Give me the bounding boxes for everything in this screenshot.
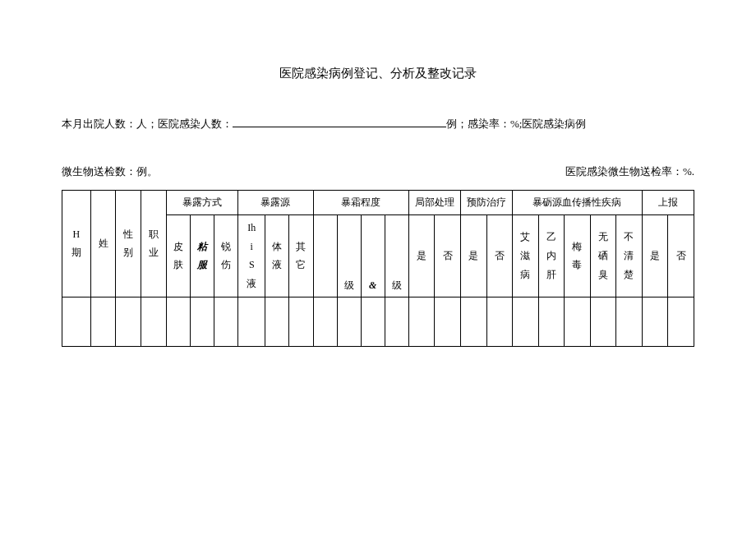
cell — [616, 297, 643, 346]
document-title: 医院感染病例登记、分析及整改记录 — [62, 66, 694, 81]
cell — [435, 297, 461, 346]
cell — [408, 297, 435, 346]
group-exposure-source: 暴露源 — [238, 190, 313, 214]
col-level2: 级 — [385, 214, 408, 297]
col-amp: & — [361, 214, 385, 297]
cell — [668, 297, 694, 346]
col-prev-yes: 是 — [460, 214, 486, 297]
cell — [214, 297, 238, 346]
col-body-fluid: 体 液 — [265, 214, 289, 297]
col-blank — [313, 214, 337, 297]
col-name: 姓 — [90, 190, 116, 297]
group-report: 上报 — [642, 190, 694, 214]
cell — [590, 297, 616, 346]
group-exposure-degree: 暴霜程度 — [313, 190, 408, 214]
col-report-yes: 是 — [642, 214, 668, 297]
line1-prefix: 本月出院人数：人；医院感染人数： — [62, 118, 233, 130]
cell — [191, 297, 214, 346]
col-local-no: 否 — [435, 214, 461, 297]
group-blood-disease: 暴砺源血传播性疾病 — [513, 190, 643, 214]
col-noblood: 无 硒 臭 — [590, 214, 616, 297]
cell — [265, 297, 289, 346]
col-gender: 性 别 — [116, 190, 141, 297]
summary-line-1: 本月出院人数：人；医院感染人数：例；感染率：%;医院感染病例 — [62, 114, 694, 133]
group-exposure-method: 暴露方式 — [166, 190, 237, 214]
cell — [361, 297, 385, 346]
col-sharp: 锐 伤 — [214, 214, 238, 297]
col-occupation: 职 业 — [141, 190, 167, 297]
col-prev-no: 否 — [486, 214, 513, 297]
cell — [337, 297, 361, 346]
summary-line-2: 微生物送检数：例。 医院感染微生物送检率：%. — [62, 162, 694, 181]
cell — [90, 297, 116, 346]
col-other: 其 它 — [289, 214, 313, 297]
line2-left: 微生物送检数：例。 — [62, 162, 158, 181]
col-hepb: 乙 内 肝 — [538, 214, 565, 297]
group-prevention: 预防治疗 — [460, 190, 512, 214]
cell — [460, 297, 486, 346]
cell — [313, 297, 337, 346]
col-mucosa: 粘 服 — [191, 214, 214, 297]
cell — [565, 297, 591, 346]
group-header-row: H 期 姓 性 别 职 业 暴露方式 暴露源 暴霜程度 局部处理 预防治疗 暴砺… — [62, 190, 694, 214]
col-h-period: H 期 — [62, 190, 91, 297]
col-unclear: 不 清 楚 — [616, 214, 643, 297]
col-skin: 皮 肤 — [166, 214, 190, 297]
cell — [141, 297, 167, 346]
col-syphilis: 梅 毒 — [565, 214, 591, 297]
blank-underline — [233, 117, 446, 127]
table-wrapper: H 期 姓 性 别 职 业 暴露方式 暴露源 暴霜程度 局部处理 预防治疗 暴砺… — [62, 190, 694, 347]
col-report-no: 否 — [668, 214, 694, 297]
cell — [238, 297, 265, 346]
cell — [538, 297, 565, 346]
cell — [116, 297, 141, 346]
infection-table: H 期 姓 性 别 职 业 暴露方式 暴露源 暴霜程度 局部处理 预防治疗 暴砺… — [62, 190, 694, 347]
cell — [62, 297, 91, 346]
col-ihis: Ihi S 液 — [238, 214, 265, 297]
cell — [513, 297, 539, 346]
document-page: 医院感染病例登记、分析及整改记录 本月出院人数：人；医院感染人数：例；感染率：%… — [0, 0, 756, 347]
cell — [385, 297, 408, 346]
line1-suffix: 例；感染率：%;医院感染病例 — [446, 118, 586, 130]
group-local-treatment: 局部处理 — [408, 190, 460, 214]
cell — [486, 297, 513, 346]
line2-right: 医院感染微生物送检率：%. — [565, 162, 694, 181]
cell — [289, 297, 313, 346]
table-row — [62, 297, 694, 346]
cell — [642, 297, 668, 346]
col-aids: 艾 滋 病 — [513, 214, 539, 297]
cell — [166, 297, 190, 346]
col-level1: 级 — [337, 214, 361, 297]
col-local-yes: 是 — [408, 214, 435, 297]
